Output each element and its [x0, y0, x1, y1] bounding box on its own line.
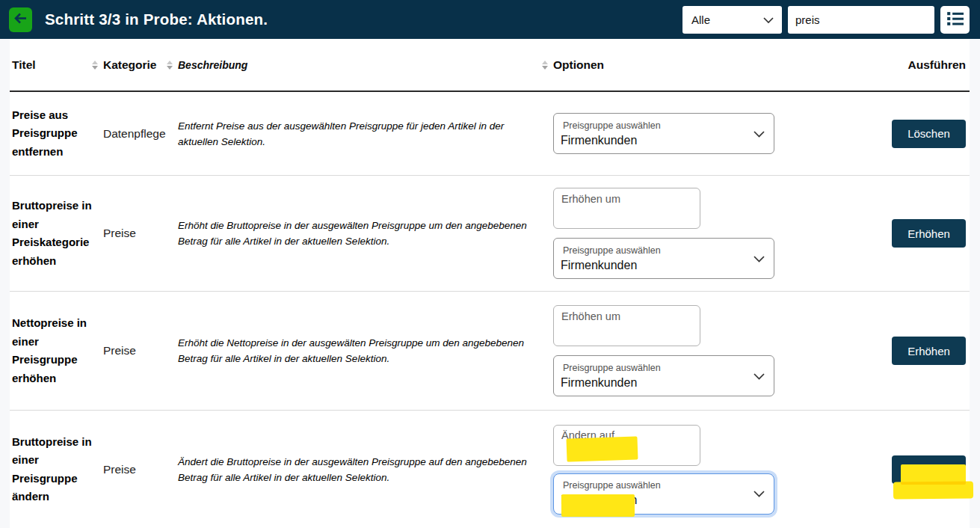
chevron-down-icon: [754, 369, 765, 383]
topbar: Schritt 3/3 in Probe: Aktionen. Alle: [0, 0, 980, 39]
preisgruppe-select[interactable]: Preisgruppe auswählen Probeflaschen: [553, 473, 774, 515]
filter-select[interactable]: Alle: [682, 6, 782, 34]
column-header-optionen: Optionen: [551, 58, 783, 72]
amount-input[interactable]: [553, 425, 700, 466]
column-header-kategorie[interactable]: Kategorie: [101, 58, 176, 72]
amount-input[interactable]: [553, 305, 700, 346]
execute-button[interactable]: Löschen: [892, 120, 966, 148]
action-title: Preise aus Preisgruppe entfernen: [10, 106, 101, 162]
action-description: Ändert die Bruttopreise in der ausgewält…: [176, 454, 551, 485]
app-window: Schritt 3/3 in Probe: Aktionen. Alle Tit…: [0, 0, 980, 528]
actions-table: Titel Kategorie Beschreibung Optionen Au…: [10, 39, 970, 528]
preisgruppe-select[interactable]: Preisgruppe auswählen Firmenkunden: [553, 113, 774, 154]
select-value: Probeflaschen: [561, 492, 747, 508]
action-category: Datenpflege: [101, 127, 176, 141]
page-title: Schritt 3/3 in Probe: Aktionen.: [45, 10, 682, 28]
sort-icon[interactable]: [542, 61, 548, 70]
column-header-ausfuehren: Ausführen: [783, 58, 970, 72]
execute-button[interactable]: Erhöhen: [892, 219, 966, 248]
select-label: Preisgruppe auswählen: [561, 479, 747, 491]
action-description: Entfernt Preise aus der ausgewählten Pre…: [176, 118, 551, 150]
amount-input[interactable]: [553, 188, 700, 229]
action-description: Erhöht die Nettopreise in der ausgewälte…: [176, 335, 551, 366]
table-row: Bruttopreise in einer Preisgruppe ändern…: [10, 411, 970, 528]
list-view-button[interactable]: [940, 6, 970, 34]
action-category: Preise: [101, 344, 176, 357]
sort-icon[interactable]: [92, 61, 98, 70]
filter-select-value: Alle: [691, 13, 710, 26]
select-label: Preisgruppe auswählen: [561, 245, 747, 257]
action-title: Nettopreise in einer Preisgruppe erhöhen: [10, 314, 101, 387]
execute-button[interactable]: Ändern: [892, 455, 966, 484]
preisgruppe-select[interactable]: Preisgruppe auswählen Firmenkunden: [553, 355, 774, 396]
select-label: Preisgruppe auswählen: [561, 362, 747, 374]
chevron-down-icon: [754, 487, 765, 500]
action-title: Bruttopreise in einer Preisgruppe ändern: [10, 433, 101, 506]
table-header-row: Titel Kategorie Beschreibung Optionen Au…: [10, 39, 970, 92]
execute-button[interactable]: Erhöhen: [892, 337, 966, 365]
chevron-down-icon: [754, 127, 765, 141]
chevron-down-icon: [763, 13, 774, 26]
action-description: Erhöht die Bruttopreise in der ausgewält…: [176, 218, 551, 249]
action-category: Preise: [101, 227, 176, 240]
sort-icon[interactable]: [167, 61, 173, 70]
action-title: Bruttopreise in einer Preiskategorie erh…: [10, 197, 101, 270]
column-header-titel[interactable]: Titel: [10, 58, 101, 72]
search-input[interactable]: [788, 6, 934, 34]
preisgruppe-select[interactable]: Preisgruppe auswählen Firmenkunden: [553, 238, 774, 279]
select-value: Firmenkunden: [561, 132, 747, 148]
select-value: Firmenkunden: [561, 375, 747, 390]
table-row: Bruttopreise in einer Preiskategorie erh…: [10, 176, 970, 292]
action-category: Preise: [101, 463, 176, 476]
column-header-beschreibung[interactable]: Beschreibung: [176, 59, 551, 71]
back-button[interactable]: [9, 7, 32, 32]
table-row: Preise aus Preisgruppe entfernen Datenpf…: [10, 92, 970, 176]
select-label: Preisgruppe auswählen: [561, 120, 747, 132]
table-row: Nettopreise in einer Preisgruppe erhöhen…: [10, 292, 970, 411]
list-icon: [946, 10, 964, 29]
chevron-down-icon: [754, 252, 765, 265]
arrow-left-icon: [13, 12, 28, 27]
select-value: Firmenkunden: [561, 257, 747, 273]
